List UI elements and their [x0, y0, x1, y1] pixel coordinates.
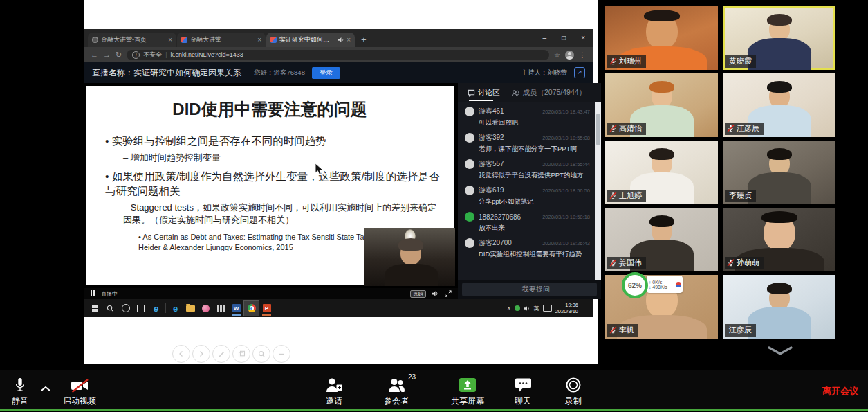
participant-tile[interactable]: 江彦辰	[723, 73, 835, 137]
antivirus-tray-icon[interactable]	[515, 305, 520, 311]
tab-close-icon[interactable]: ×	[347, 36, 351, 44]
forward-icon[interactable]: →	[103, 51, 111, 59]
chat-message: 188262706862020/03/10 18:58:18 放不出来	[465, 212, 590, 233]
pause-icon[interactable]	[91, 290, 96, 297]
network-health-badge[interactable]: 62%	[622, 272, 648, 298]
ime-language[interactable]: 英	[534, 305, 539, 312]
new-tab-button[interactable]: +	[361, 35, 367, 45]
tab-close-icon[interactable]: ×	[257, 36, 261, 44]
leave-meeting-button[interactable]: 离开会议	[822, 385, 858, 397]
ie-icon[interactable]: e	[149, 301, 163, 316]
chat-message: 游客4612020/03/10 18:43:47 可以看回放吧	[465, 107, 590, 127]
muted-mic-icon	[609, 57, 617, 65]
next-icon[interactable]	[192, 345, 210, 363]
minimize-toolbar-icon[interactable]	[273, 345, 290, 363]
url-field[interactable]: i 不安全 | k.cnki.net/NLive?cid=1433	[127, 50, 549, 60]
live-title-label: 直播名称：实证研究中如何确定因果关系	[92, 67, 241, 79]
taskbar-clock[interactable]: 19:362020/3/10	[555, 302, 578, 314]
info-icon[interactable]: i	[132, 51, 140, 59]
cortana-icon[interactable]	[118, 301, 133, 316]
profile-avatar-icon[interactable]	[565, 51, 574, 60]
tab-discussion[interactable]: 讨论区	[468, 83, 500, 102]
tray-expand-icon[interactable]: ∧	[507, 305, 511, 312]
site-favicon	[270, 37, 277, 43]
start-button[interactable]	[88, 301, 102, 316]
participants-button[interactable]: 23 参会者	[375, 375, 418, 407]
browser-tab-2[interactable]: 金融大讲堂 ×	[177, 33, 266, 47]
tab-members[interactable]: 成员（2075/4944）	[511, 83, 587, 102]
tab-title: 实证研究中如何确定因果关…	[279, 35, 335, 44]
participant-tile[interactable]: 刘瑞州	[605, 6, 718, 70]
muted-mic-icon	[609, 259, 617, 267]
browser-tab-1[interactable]: 金融大讲堂-首页 ×	[88, 33, 176, 47]
participant-tile[interactable]: 江彦辰	[723, 275, 835, 339]
participant-tile[interactable]: 孙萌萌	[723, 208, 835, 271]
live-video-area[interactable]: DID使用中需要注意的问题 实验组与控制组之间是否存在不同的时间趋势 增加时间趋…	[84, 83, 458, 299]
browser-address-bar: ← → ↻ i 不安全 | k.cnki.net/NLive?cid=1433 …	[84, 47, 593, 62]
collapse-grid-chevron-icon[interactable]	[766, 346, 795, 357]
participant-tile[interactable]: 李臻贞	[723, 141, 835, 204]
mic-options-chevron-icon[interactable]	[40, 382, 51, 395]
edge-icon[interactable]: e	[168, 301, 183, 316]
login-button[interactable]: 登录	[312, 67, 340, 79]
app-icon-pink[interactable]	[198, 301, 213, 316]
avatar	[465, 159, 474, 169]
browser-menu-icon[interactable]: ⋮	[579, 51, 587, 59]
pencil-icon[interactable]	[212, 345, 230, 363]
chat-scrollbar[interactable]	[595, 102, 601, 280]
maximize-button[interactable]: □	[554, 29, 573, 47]
participants-count-badge: 23	[408, 373, 416, 381]
action-center-icon[interactable]	[582, 305, 589, 312]
participant-name-tag: 黄晓霞	[725, 55, 756, 68]
volume-icon[interactable]	[432, 290, 439, 297]
url-text: k.cnki.net/NLive?cid=1433	[171, 51, 243, 58]
participant-tile[interactable]: 姜国伟	[605, 208, 718, 271]
quality-selector[interactable]: 原始	[410, 290, 426, 298]
search-icon[interactable]	[103, 301, 118, 316]
participant-name-tag: 王旭婷	[607, 190, 646, 202]
start-video-button[interactable]: 启动视频	[57, 375, 102, 407]
powerpoint-icon[interactable]: P	[259, 301, 274, 316]
fullscreen-icon[interactable]	[445, 290, 452, 297]
task-view-icon[interactable]	[133, 301, 148, 316]
external-link-icon[interactable]: ↗	[574, 67, 585, 78]
participant-tile[interactable]: 王旭婷	[605, 141, 718, 204]
browser-tab-3-active[interactable]: 实证研究中如何确定因果关… ×	[266, 33, 355, 47]
scrollbar-thumb[interactable]	[596, 114, 600, 145]
invite-button[interactable]: 邀请	[314, 375, 354, 407]
magnifier-icon[interactable]	[252, 345, 270, 363]
chat-bubble-icon	[515, 377, 532, 393]
microphone-icon	[14, 377, 26, 393]
mouse-cursor	[315, 163, 324, 176]
ask-question-button[interactable]: 我要提问	[522, 285, 550, 294]
word-icon[interactable]: W	[229, 301, 243, 316]
live-status: 直播中	[101, 290, 118, 298]
chrome-icon[interactable]	[244, 301, 259, 316]
close-button[interactable]: ×	[573, 29, 593, 47]
message-list[interactable]: 游客4612020/03/10 18:43:47 可以看回放吧 游客392202…	[458, 102, 601, 280]
download-arrow-icon: ↓	[649, 285, 651, 289]
volume-tray-icon[interactable]	[524, 305, 530, 312]
chat-button[interactable]: 聊天	[505, 375, 541, 407]
screen-share-border	[0, 409, 868, 411]
participant-tile-active-speaker[interactable]: 黄晓霞	[723, 6, 835, 70]
share-screen-button[interactable]: 共享屏幕	[444, 375, 491, 407]
file-explorer-icon[interactable]	[183, 301, 198, 316]
tab-title: 金融大讲堂	[190, 35, 255, 44]
muted-mic-icon	[727, 259, 735, 267]
back-icon[interactable]: ←	[91, 51, 98, 59]
bookmark-star-icon[interactable]: ☆	[554, 51, 560, 59]
keyboard-tray-icon[interactable]	[543, 305, 552, 312]
mute-button[interactable]: 静音	[4, 375, 36, 407]
chat-input-bar: 我要提问	[458, 280, 601, 299]
record-button[interactable]: 录制	[555, 375, 591, 407]
participant-name-tag: 孙萌萌	[725, 257, 764, 269]
prev-icon[interactable]	[172, 345, 190, 363]
minimize-button[interactable]: –	[535, 29, 555, 47]
tab-close-icon[interactable]: ×	[168, 36, 172, 44]
apps-grid-icon[interactable]	[214, 301, 228, 316]
copy-icon[interactable]	[232, 345, 250, 363]
participant-tile[interactable]: 高婧怡	[605, 73, 718, 137]
reload-icon[interactable]: ↻	[116, 51, 122, 60]
participant-name-tag: 李帆	[607, 324, 638, 337]
